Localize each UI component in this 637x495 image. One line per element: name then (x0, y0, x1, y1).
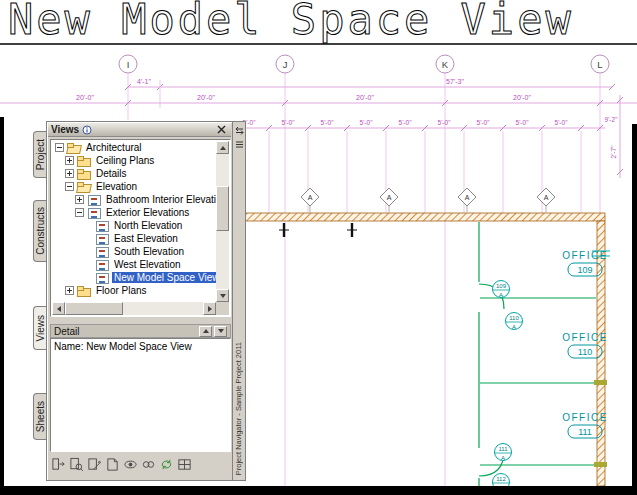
palette-menu-button[interactable] (234, 138, 244, 150)
dimension-text: 57'-3" (446, 78, 464, 85)
preview-button[interactable] (68, 456, 85, 473)
expand-expander-icon[interactable] (65, 156, 74, 165)
arrow-right-icon (208, 306, 212, 312)
dimension-text: 2'-7" (610, 145, 617, 159)
tab-project[interactable]: Project (33, 131, 46, 178)
auto-hide-icon (235, 126, 244, 135)
palette-title: Views (51, 124, 79, 135)
collapse-expander-icon[interactable] (75, 208, 84, 217)
tree-item-exterior-elevations[interactable]: Exterior Elevations (52, 206, 216, 219)
collapse-expander-icon[interactable] (55, 143, 64, 152)
visibility-button[interactable] (122, 456, 139, 473)
sheet-button[interactable] (104, 456, 121, 473)
sheet-pencil-icon (87, 457, 102, 472)
dimension-text: 5'-0" (360, 119, 374, 126)
horizontal-scrollbar[interactable] (52, 302, 216, 315)
dimension-text: 20'-0" (513, 94, 531, 101)
auto-hide-button[interactable] (234, 124, 244, 136)
svg-text:112: 112 (496, 476, 506, 482)
detail-header-label: Detail (54, 326, 80, 337)
close-button[interactable] (215, 124, 228, 136)
svg-text:OFFICE: OFFICE (562, 332, 608, 343)
tree-item-south-elevation[interactable]: South Elevation (52, 245, 216, 258)
dimension-text: 5'-0" (516, 119, 530, 126)
folder-icon (77, 168, 91, 179)
dimension-text: 9'-2" (605, 116, 619, 123)
scroll-up-button[interactable] (216, 141, 229, 154)
palette-right-strip: Project Navigator - Sample Project 2011 (233, 121, 246, 481)
tree-item-architectural[interactable]: Architectural (52, 141, 216, 154)
collapse-expander-icon[interactable] (65, 182, 74, 191)
title-text: New Model Space View (8, 0, 574, 44)
sheet-icon (105, 457, 120, 472)
door-arrow-icon (51, 457, 66, 472)
tree-item-east-elevation[interactable]: East Elevation (52, 232, 216, 245)
door-arrow-button[interactable] (50, 456, 67, 473)
scroll-left-button[interactable] (52, 302, 65, 315)
eye-icon (123, 457, 138, 472)
tree-item-new-model-space-view[interactable]: New Model Space View (52, 271, 216, 284)
tree-item-label: Floor Plans (94, 285, 149, 296)
grid-bubble-label: L (597, 59, 602, 70)
tab-sheets[interactable]: Sheets (33, 393, 46, 440)
close-icon (217, 125, 226, 134)
expand-expander-icon[interactable] (65, 286, 74, 295)
menu-icon (235, 140, 244, 149)
expand-expander-icon[interactable] (75, 195, 84, 204)
folder-icon (77, 285, 91, 296)
scroll-down-button[interactable] (216, 289, 229, 302)
tree-item-elevation[interactable]: Elevation (52, 180, 216, 193)
vertical-scrollbar-thumb[interactable] (216, 186, 229, 231)
detail-panel: Name: New Model Space View (50, 338, 231, 452)
tab-constructs[interactable]: Constructs (33, 200, 46, 262)
door-tag: 109 A (493, 281, 510, 298)
tree-item-details[interactable]: Details (52, 167, 216, 180)
edit-button[interactable] (86, 456, 103, 473)
tree-item-ceiling-plans[interactable]: Ceiling Plans (52, 154, 216, 167)
tree-item-north-elevation[interactable]: North Elevation (52, 219, 216, 232)
svg-text:111: 111 (578, 427, 592, 437)
svg-text:A: A (512, 324, 516, 330)
tree-item-label: East Elevation (112, 233, 180, 244)
refresh-button[interactable] (158, 456, 175, 473)
dimension-text: 20'-0" (356, 94, 374, 101)
sheet-magnifier-icon (69, 457, 84, 472)
dimension-text: 5'-0" (399, 119, 413, 126)
dimension-text: 20'-0" (197, 94, 215, 101)
tree-item-floor-plans[interactable]: Floor Plans (52, 284, 216, 297)
refresh-icon (159, 457, 174, 472)
project-navigator-palette: Project Constructs Views Sheets Views (33, 121, 246, 481)
drawing-title: New Model Space View (0, 0, 637, 44)
detail-name-text: Name: New Model Space View (54, 341, 227, 352)
grid-bubble-label: K (442, 59, 449, 70)
detail-collapse-button[interactable] (214, 326, 227, 337)
tab-views[interactable]: Views (33, 306, 46, 350)
detail-expand-button[interactable] (199, 326, 212, 337)
svg-text:A: A (501, 455, 505, 461)
expand-expander-icon[interactable] (65, 169, 74, 178)
svg-text:111: 111 (498, 446, 508, 452)
palette-titlebar[interactable]: Views (48, 123, 231, 137)
table-button[interactable] (176, 456, 193, 473)
tab-constructs-label: Constructs (35, 207, 46, 255)
dimension-text: 5'-0" (438, 119, 452, 126)
link-button[interactable] (140, 456, 157, 473)
detail-header: Detail (50, 324, 231, 338)
tree-item-west-elevation[interactable]: West Elevation (52, 258, 216, 271)
view-icon (95, 272, 109, 283)
dimension-text: 5'-0" (555, 119, 569, 126)
horizontal-scrollbar-thumb[interactable] (65, 302, 123, 315)
arrow-down-icon (220, 294, 226, 298)
door-tag: 110 A (506, 313, 523, 330)
tab-project-label: Project (35, 139, 46, 170)
tree-rows: Architectural Ceiling Plans Details Elev… (52, 141, 216, 302)
tree-item-label: New Model Space View (112, 272, 216, 283)
tree-item-bathroom-interior-elevations[interactable]: Bathroom Interior Elevations (52, 193, 216, 206)
tree-item-label: South Elevation (112, 246, 186, 257)
tab-sheets-label: Sheets (35, 401, 46, 432)
vertical-scrollbar[interactable] (216, 141, 229, 302)
grid-bubble-label: J (283, 59, 288, 70)
dimension-text: 5'-0" (282, 119, 296, 126)
svg-text:A: A (499, 292, 503, 298)
scroll-right-button[interactable] (203, 302, 216, 315)
